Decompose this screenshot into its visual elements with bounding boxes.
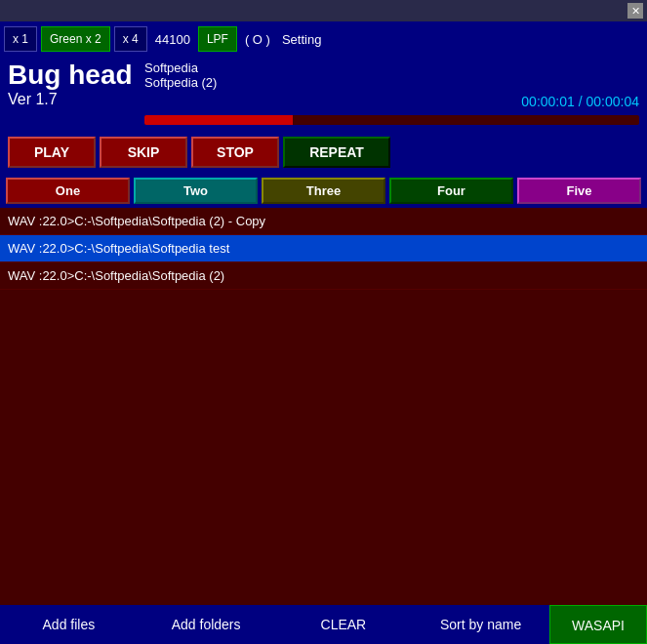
app: ✕ x 1 Green x 2 x 4 44100 LPF ( O ) Sett… (0, 0, 647, 644)
time-current: 00:00:01 (521, 94, 575, 109)
track-info: Softpedia Softpedia (2) 00:00:01 / 00:00… (144, 60, 639, 127)
x1-button[interactable]: x 1 (4, 26, 37, 52)
time-display: 00:00:01 / 00:00:04 (144, 94, 639, 109)
header: Bug head Ver 1.7 Softpedia Softpedia (2)… (0, 57, 647, 131)
repeat-button[interactable]: REPEAT (283, 137, 390, 168)
playlist: WAV :22.0>C:-\Softpedia\Softpedia (2) - … (0, 208, 647, 605)
output-label: ( O ) (241, 32, 274, 47)
bottom-bar: Add files Add folders CLEAR Sort by name… (0, 605, 647, 644)
title-bar: ✕ (0, 0, 647, 21)
tab-one[interactable]: One (6, 178, 130, 204)
tab-five[interactable]: Five (517, 178, 641, 204)
freq-label: 44100 (151, 32, 194, 47)
app-title-block: Bug head Ver 1.7 (8, 60, 144, 127)
setting-label[interactable]: Setting (278, 32, 325, 47)
track-name-1: Softpedia (144, 60, 639, 75)
app-title: Bug head (8, 60, 144, 91)
skip-button[interactable]: SKIP (100, 137, 187, 168)
wasapi-button[interactable]: WASAPI (549, 605, 647, 644)
playlist-item[interactable]: WAV :22.0>C:-\Softpedia\Softpedia (2) (0, 262, 647, 290)
tabs: One Two Three Four Five (0, 174, 647, 208)
progress-bar-fill (144, 115, 293, 125)
progress-bar[interactable] (144, 115, 639, 125)
tab-four[interactable]: Four (389, 178, 513, 204)
time-total: 00:00:04 (586, 94, 640, 109)
playlist-item[interactable]: WAV :22.0>C:-\Softpedia\Softpedia (2) - … (0, 208, 647, 235)
lpf-button[interactable]: LPF (198, 26, 237, 52)
track-name-2: Softpedia (2) (144, 75, 639, 90)
app-version: Ver 1.7 (8, 91, 144, 108)
clear-button[interactable]: CLEAR (275, 605, 413, 644)
time-separator: / (575, 94, 586, 109)
stop-button[interactable]: STOP (191, 137, 279, 168)
add-folders-button[interactable]: Add folders (138, 605, 275, 644)
track-names: Softpedia Softpedia (2) (144, 60, 639, 90)
tab-three[interactable]: Three (262, 178, 385, 204)
tab-two[interactable]: Two (134, 178, 258, 204)
close-button[interactable]: ✕ (627, 3, 643, 19)
controls: PLAY SKIP STOP REPEAT (0, 131, 647, 174)
green-x2-button[interactable]: Green x 2 (41, 26, 110, 52)
x4-button[interactable]: x 4 (114, 26, 147, 52)
playlist-wrapper: WAV :22.0>C:-\Softpedia\Softpedia (2) - … (0, 208, 647, 605)
sort-by-name-button[interactable]: Sort by name (412, 605, 549, 644)
play-button[interactable]: PLAY (8, 137, 96, 168)
add-files-button[interactable]: Add files (0, 605, 138, 644)
toolbar: x 1 Green x 2 x 4 44100 LPF ( O ) Settin… (0, 21, 647, 57)
playlist-item[interactable]: WAV :22.0>C:-\Softpedia\Softpedia test (0, 235, 647, 262)
